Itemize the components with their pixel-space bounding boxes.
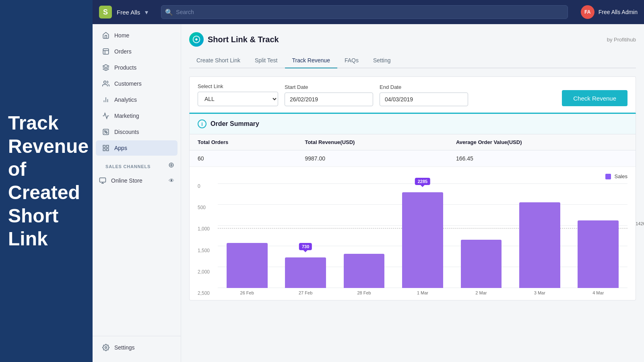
sidebar-bottom: Settings xyxy=(93,336,181,359)
y-label-1500: 1,500 xyxy=(198,248,215,253)
sidebar-label-online-store: Online Store xyxy=(111,177,142,184)
val-avg-order-value: 166.45 xyxy=(448,150,636,167)
svg-point-9 xyxy=(106,132,107,134)
sidebar-label-orders: Orders xyxy=(114,48,132,55)
add-sales-channel-icon[interactable]: ⊕ xyxy=(168,160,174,169)
top-nav: S Free Alls ▾ 🔍 FA Free Alls Admin xyxy=(93,0,644,24)
col-total-revenue: Total Revenue(USD) xyxy=(297,134,448,150)
bar-4mar xyxy=(578,220,619,288)
svg-point-4 xyxy=(104,81,106,83)
y-label-2000: 2,000 xyxy=(198,269,215,275)
apps-icon xyxy=(102,144,109,152)
end-date-label: End Date xyxy=(380,84,468,90)
bar-group-4mar: 4 Mar xyxy=(569,183,627,288)
online-store-eye-icon[interactable]: 👁 xyxy=(169,177,174,184)
svg-point-8 xyxy=(104,130,105,132)
sidebar-item-settings[interactable]: Settings xyxy=(96,340,178,355)
sidebar-item-marketing[interactable]: Marketing xyxy=(96,108,178,123)
app-name: Short Link & Track xyxy=(208,35,279,44)
bar-28feb xyxy=(344,254,385,288)
tab-faqs[interactable]: FAQs xyxy=(337,53,366,68)
tab-setting[interactable]: Setting xyxy=(366,53,398,68)
col-total-orders: Total Orders xyxy=(190,134,297,150)
tabs: Create Short Link Split Test Track Reven… xyxy=(189,53,636,68)
svg-rect-14 xyxy=(107,149,109,151)
user-name: Free Alls Admin xyxy=(599,9,638,15)
avatar: FA xyxy=(581,5,594,19)
order-summary-section: i Order Summary Total Orders Total Reven… xyxy=(189,114,636,300)
filter-group-end-date: End Date xyxy=(380,84,468,106)
search-icon: 🔍 xyxy=(165,8,173,16)
home-icon xyxy=(102,32,109,39)
by-text: by Profitihub xyxy=(607,37,636,43)
avg-label: 1426.71 xyxy=(636,221,644,226)
svg-point-19 xyxy=(105,347,107,349)
order-summary-header: i Order Summary xyxy=(190,114,636,134)
sidebar-item-analytics[interactable]: Analytics xyxy=(96,92,178,107)
store-name[interactable]: Free Alls xyxy=(117,9,140,16)
body-layout: Home Orders Products Customers Analytics… xyxy=(93,24,644,362)
svg-rect-15 xyxy=(103,149,105,151)
bars-row: 26 Feb 730 27 Feb xyxy=(218,183,627,288)
svg-marker-3 xyxy=(103,65,109,68)
y-label-2500: 2,500 xyxy=(198,290,215,296)
tab-track-revenue[interactable]: Track Revenue xyxy=(285,53,337,68)
sidebar-label-apps: Apps xyxy=(114,145,127,151)
sidebar-item-discounts[interactable]: Discounts xyxy=(96,124,178,140)
tab-create-short-link[interactable]: Create Short Link xyxy=(189,53,248,68)
svg-rect-12 xyxy=(103,145,105,147)
bar-group-3mar: 3 Mar xyxy=(510,183,569,288)
bar-3mar xyxy=(519,202,560,288)
bar-tooltip-1mar: 2285 xyxy=(415,178,430,185)
sidebar-item-online-store[interactable]: Online Store 👁 xyxy=(93,174,181,187)
val-total-orders: 60 xyxy=(190,150,297,167)
svg-line-10 xyxy=(104,130,107,134)
tab-split-test[interactable]: Split Test xyxy=(248,53,285,68)
bar-2mar xyxy=(461,240,502,288)
left-panel-text: Track Revenue of Created Short Link xyxy=(8,111,85,251)
sidebar-label-discounts: Discounts xyxy=(114,129,139,135)
check-revenue-button[interactable]: Check Revenue xyxy=(562,90,627,106)
bar-label-27feb: 27 Feb xyxy=(299,290,312,295)
customers-icon xyxy=(102,80,109,87)
bar-group-26feb: 26 Feb xyxy=(218,183,276,288)
analytics-icon xyxy=(102,96,109,103)
legend-color-sales xyxy=(605,174,611,179)
chart-legend: Sales xyxy=(198,173,627,179)
bar-group-1mar: 2285 1 Mar xyxy=(393,183,452,288)
bar-27feb: 730 xyxy=(285,257,326,288)
bar-label-3mar: 3 Mar xyxy=(534,290,545,295)
sidebar: Home Orders Products Customers Analytics… xyxy=(93,24,181,362)
sidebar-item-apps[interactable]: Apps xyxy=(96,140,178,156)
stats-table: Total Orders Total Revenue(USD) Average … xyxy=(190,134,636,167)
app-title-row: Short Link & Track xyxy=(189,32,279,47)
sidebar-label-home: Home xyxy=(114,32,129,39)
sidebar-label-analytics: Analytics xyxy=(114,97,137,103)
select-link-dropdown[interactable]: ALL xyxy=(198,92,278,106)
bar-label-2mar: 2 Mar xyxy=(475,290,487,295)
legend-label-sales: Sales xyxy=(614,173,627,179)
orders-icon xyxy=(102,48,109,55)
sidebar-item-orders[interactable]: Orders xyxy=(96,44,178,59)
filter-group-link: Select Link ALL xyxy=(198,83,278,106)
filter-row: Select Link ALL Start Date End Date Chec… xyxy=(189,76,636,114)
search-bar: 🔍 xyxy=(161,5,568,19)
start-date-input[interactable] xyxy=(285,93,373,106)
sidebar-item-products[interactable]: Products xyxy=(96,60,178,75)
sales-channels-header: SALES CHANNELS ⊕ xyxy=(93,156,181,174)
sidebar-item-home[interactable]: Home xyxy=(96,28,178,43)
y-label-500: 500 xyxy=(198,205,215,210)
end-date-input[interactable] xyxy=(380,93,468,106)
info-icon: i xyxy=(198,119,206,128)
main-content: Short Link & Track by Profitihub Create … xyxy=(181,24,644,362)
app-logo-icon xyxy=(192,35,200,43)
sidebar-label-customers: Customers xyxy=(114,80,142,87)
table-row: 60 9987.00 166.45 xyxy=(190,150,636,167)
marketing-icon xyxy=(102,112,109,119)
svg-rect-0 xyxy=(103,49,109,54)
sidebar-item-customers[interactable]: Customers xyxy=(96,76,178,91)
search-input[interactable] xyxy=(161,5,568,19)
app-logo xyxy=(189,32,204,47)
user-area: FA Free Alls Admin xyxy=(581,5,638,19)
svg-rect-13 xyxy=(107,145,109,147)
